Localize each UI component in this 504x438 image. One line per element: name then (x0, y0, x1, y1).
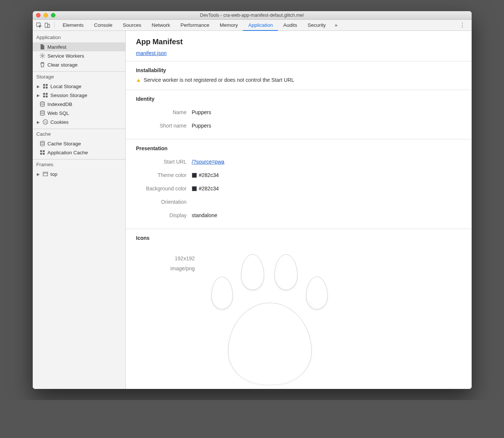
traffic-lights (33, 13, 55, 17)
toolbar-divider (54, 22, 55, 29)
field-value: #282c34 (192, 172, 219, 178)
sidebar-item-label: Clear storage (48, 62, 123, 68)
svg-rect-2 (48, 24, 49, 28)
sidebar-item-cookies[interactable]: ▶ Cookies (33, 117, 125, 126)
svg-rect-24 (43, 172, 48, 176)
field-value: standalone (192, 212, 218, 218)
zoom-window-button[interactable] (51, 13, 55, 17)
icon-metadata: 192x192 image/png (147, 251, 195, 362)
field-label: Display (136, 212, 192, 218)
row-start-url: Start URL /?source=pwa (136, 155, 461, 168)
tab-elements[interactable]: Elements (58, 20, 89, 31)
sidebar-section-cache: Cache (33, 129, 125, 139)
row-theme-color: Theme color #282c34 (136, 168, 461, 182)
field-label: Theme color (136, 172, 192, 178)
field-label: Start URL (136, 159, 192, 165)
tab-sources[interactable]: Sources (118, 20, 147, 31)
field-label: Short name (136, 123, 192, 129)
document-icon (39, 44, 45, 50)
sidebar-item-session-storage[interactable]: ▶ Session Storage (33, 91, 125, 100)
svg-point-15 (44, 121, 45, 122)
sidebar-item-label: Service Workers (48, 53, 123, 59)
kebab-menu-icon[interactable]: ⋮ (456, 22, 469, 29)
sidebar-item-indexeddb[interactable]: IndexedDB (33, 100, 125, 109)
row-short-name: Short name Puppers (136, 119, 461, 132)
row-name: Name Puppers (136, 106, 461, 119)
sidebar-section-frames: Frames (33, 159, 125, 170)
svg-rect-21 (43, 150, 45, 152)
application-sidebar: Application Manifest Service Workers Cle… (33, 31, 126, 389)
sidebar-item-service-workers[interactable]: Service Workers (33, 51, 125, 60)
database-icon (39, 110, 45, 116)
caret-right-icon: ▶ (36, 93, 40, 97)
database-icon (39, 101, 45, 107)
svg-rect-6 (43, 87, 45, 88)
tab-network[interactable]: Network (147, 20, 176, 31)
svg-rect-20 (40, 150, 42, 152)
close-window-button[interactable] (36, 13, 41, 17)
tab-audits[interactable]: Audits (278, 20, 302, 31)
devtools-window: DevTools - cra-web-app-manifest-defaut.g… (33, 11, 472, 389)
caret-right-icon: ▶ (36, 84, 40, 88)
row-background-color: Background color #282c34 (136, 182, 461, 195)
paw-icon (204, 251, 360, 362)
tab-security[interactable]: Security (302, 20, 331, 31)
sidebar-item-web-sql[interactable]: Web SQL (33, 109, 125, 117)
tab-application[interactable]: Application (243, 20, 278, 31)
svg-rect-1 (45, 23, 48, 28)
svg-rect-22 (40, 153, 42, 155)
tab-console[interactable]: Console (89, 20, 118, 31)
row-display: Display standalone (136, 209, 461, 222)
window-titlebar: DevTools - cra-web-app-manifest-defaut.g… (33, 11, 472, 20)
svg-rect-7 (46, 87, 48, 88)
section-title: Identity (136, 96, 461, 102)
svg-rect-5 (46, 84, 48, 86)
start-url-link[interactable]: /?source=pwa (192, 159, 225, 165)
caret-right-icon: ▶ (36, 120, 40, 124)
main-header: App Manifest manifest.json (126, 31, 472, 61)
devtools-toolbar: Elements Console Sources Network Perform… (33, 20, 472, 31)
device-toolbar-icon[interactable] (43, 21, 51, 29)
sidebar-item-local-storage[interactable]: ▶ Local Storage (33, 82, 125, 91)
sidebar-item-label: Cookies (51, 119, 123, 125)
svg-rect-9 (46, 93, 48, 95)
sidebar-section-application: Application (33, 32, 125, 42)
tab-performance[interactable]: Performance (175, 20, 214, 31)
inspect-element-icon[interactable] (35, 21, 43, 29)
svg-rect-10 (43, 96, 45, 97)
sidebar-item-application-cache[interactable]: Application Cache (33, 148, 125, 157)
icon-size: 192x192 (147, 254, 195, 264)
manifest-link[interactable]: manifest.json (136, 50, 167, 56)
svg-point-12 (40, 102, 44, 103)
section-identity: Identity Name Puppers Short name Puppers (126, 90, 472, 139)
icons-area: 192x192 image/png (136, 245, 461, 368)
trash-icon (39, 62, 45, 68)
svg-point-14 (43, 120, 48, 125)
sidebar-item-manifest[interactable]: Manifest (33, 42, 125, 51)
svg-rect-11 (46, 96, 48, 97)
section-title: Icons (136, 235, 461, 241)
sidebar-item-cache-storage[interactable]: Cache Storage (33, 139, 125, 148)
main-panel: App Manifest manifest.json Installabilit… (126, 31, 472, 389)
sidebar-item-label: top (51, 171, 123, 177)
tab-memory[interactable]: Memory (215, 20, 243, 31)
section-icons: Icons 192x192 image/png (126, 229, 472, 375)
sidebar-item-top-frame[interactable]: ▶ top (33, 170, 125, 178)
field-label: Orientation (136, 199, 192, 205)
minimize-window-button[interactable] (44, 13, 48, 17)
window-title: DevTools - cra-web-app-manifest-defaut.g… (33, 13, 472, 18)
devtools-tabs: Elements Console Sources Network Perform… (58, 20, 456, 31)
sidebar-item-label: Local Storage (51, 84, 123, 89)
color-swatch (192, 173, 197, 178)
sidebar-item-clear-storage[interactable]: Clear storage (33, 60, 125, 69)
sidebar-item-label: Web SQL (48, 110, 123, 116)
tabs-overflow-icon[interactable]: » (331, 22, 341, 28)
section-installability: Installability ▲ Service worker is not r… (126, 61, 472, 90)
field-label: Name (136, 109, 192, 115)
svg-point-19 (40, 141, 44, 143)
sidebar-item-label: Application Cache (48, 150, 123, 155)
svg-point-17 (45, 122, 45, 123)
frame-icon (42, 171, 48, 177)
sidebar-item-label: Cache Storage (48, 141, 123, 146)
field-label: Background color (136, 186, 192, 191)
